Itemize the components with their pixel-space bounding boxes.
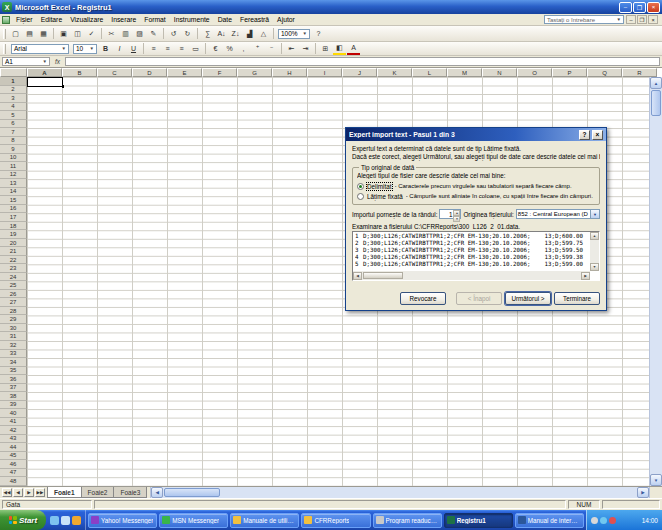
autosum-icon[interactable]: ∑ bbox=[201, 27, 214, 40]
decrease-decimal-icon[interactable]: ⁻ bbox=[265, 42, 278, 55]
row-header-10[interactable]: 10 bbox=[0, 154, 27, 163]
row-header-13[interactable]: 13 bbox=[0, 179, 27, 188]
row-header-12[interactable]: 12 bbox=[0, 171, 27, 180]
decrease-indent-icon[interactable]: ⇤ bbox=[285, 42, 298, 55]
taskbar-task-yahoo-messenger[interactable]: Yahoo! Messenger bbox=[88, 513, 157, 528]
row-header-14[interactable]: 14 bbox=[0, 188, 27, 197]
sheet-tab-foaie1[interactable]: Foaie1 bbox=[47, 487, 82, 498]
taskbar-task-manuale-de-utilizare[interactable]: Manuale de utilizare bbox=[230, 513, 299, 528]
fixed-width-radio[interactable] bbox=[357, 193, 364, 200]
row-header-8[interactable]: 8 bbox=[0, 137, 27, 146]
column-header-q[interactable]: Q bbox=[587, 68, 622, 77]
tab-first-icon[interactable]: ◀◀ bbox=[2, 488, 12, 497]
row-header-26[interactable]: 26 bbox=[0, 290, 27, 299]
align-right-icon[interactable]: ≡ bbox=[175, 42, 188, 55]
column-header-i[interactable]: I bbox=[307, 68, 342, 77]
menu-item-instrumente[interactable]: Instrumente bbox=[170, 14, 214, 25]
network-icon[interactable] bbox=[600, 517, 607, 524]
column-header-f[interactable]: F bbox=[202, 68, 237, 77]
taskbar-clock[interactable]: 14:00 bbox=[642, 517, 658, 524]
row-header-33[interactable]: 33 bbox=[0, 350, 27, 359]
align-center-icon[interactable]: ≡ bbox=[161, 42, 174, 55]
taskbar-task-manual-de-interpret[interactable]: Manual de interpret... bbox=[515, 513, 584, 528]
underline-icon[interactable]: U bbox=[127, 42, 140, 55]
horizontal-scroll-thumb[interactable] bbox=[164, 488, 220, 497]
sort-descending-icon[interactable]: Z↓ bbox=[229, 27, 242, 40]
delimited-radio-label[interactable]: Delimitat bbox=[367, 183, 392, 190]
help-icon[interactable]: ? bbox=[312, 27, 325, 40]
column-header-n[interactable]: N bbox=[482, 68, 517, 77]
row-header-43[interactable]: 43 bbox=[0, 435, 27, 444]
scroll-right-icon[interactable]: ▶ bbox=[637, 487, 649, 498]
chevron-down-icon[interactable]: ▼ bbox=[590, 210, 599, 218]
column-header-j[interactable]: J bbox=[342, 68, 377, 77]
sheet-tab-foaie3[interactable]: Foaie3 bbox=[113, 487, 147, 498]
row-header-45[interactable]: 45 bbox=[0, 452, 27, 461]
preview-horizontal-scrollbar[interactable]: ◀ ▶ bbox=[353, 271, 590, 280]
row-header-1[interactable]: 1 bbox=[0, 77, 27, 86]
italic-icon[interactable]: I bbox=[113, 42, 126, 55]
menu-item-format[interactable]: Format bbox=[140, 14, 170, 25]
close-button[interactable]: × bbox=[647, 2, 660, 13]
dialog-help-icon[interactable]: ? bbox=[579, 130, 590, 140]
row-header-11[interactable]: 11 bbox=[0, 162, 27, 171]
paste-icon[interactable]: ▨ bbox=[133, 27, 146, 40]
scroll-up-icon[interactable]: ▲ bbox=[650, 77, 662, 89]
column-header-r[interactable]: R bbox=[622, 68, 657, 77]
row-header-36[interactable]: 36 bbox=[0, 375, 27, 384]
internet-explorer-icon[interactable] bbox=[50, 516, 59, 525]
scroll-up-icon[interactable]: ▲ bbox=[590, 232, 599, 240]
column-header-m[interactable]: M bbox=[447, 68, 482, 77]
workbook-icon[interactable] bbox=[2, 16, 10, 24]
bold-icon[interactable]: B bbox=[99, 42, 112, 55]
row-header-48[interactable]: 48 bbox=[0, 477, 27, 486]
start-row-spinner[interactable]: 1 ▲ ▼ bbox=[439, 209, 461, 219]
row-header-3[interactable]: 3 bbox=[0, 94, 27, 103]
taskbar-task-cfrreports[interactable]: CFRReports bbox=[301, 513, 370, 528]
select-all-corner[interactable] bbox=[0, 68, 27, 77]
start-button[interactable]: Start bbox=[0, 510, 46, 530]
row-header-24[interactable]: 24 bbox=[0, 273, 27, 282]
taskbar-task-program-readucere[interactable]: Program readucere ... bbox=[373, 513, 442, 528]
font-size-select[interactable]: 10 ▼ bbox=[73, 44, 97, 54]
row-header-20[interactable]: 20 bbox=[0, 239, 27, 248]
row-header-4[interactable]: 4 bbox=[0, 103, 27, 112]
row-header-32[interactable]: 32 bbox=[0, 341, 27, 350]
dialog-close-icon[interactable]: × bbox=[592, 130, 603, 140]
drawing-icon[interactable]: △ bbox=[257, 27, 270, 40]
toolbar-grip[interactable] bbox=[3, 29, 6, 39]
menu-item-fisier[interactable]: Fișier bbox=[12, 14, 37, 25]
row-header-30[interactable]: 30 bbox=[0, 324, 27, 333]
menu-item-ajutor[interactable]: Ajutor bbox=[273, 14, 299, 25]
back-button[interactable]: < Înapoi bbox=[456, 292, 502, 305]
preview-scroll-thumb[interactable] bbox=[363, 272, 403, 279]
taskbar-task-registru1[interactable]: Registru1 bbox=[444, 513, 513, 528]
toolbar-grip[interactable] bbox=[3, 44, 6, 54]
row-header-9[interactable]: 9 bbox=[0, 145, 27, 154]
cut-icon[interactable]: ✂ bbox=[105, 27, 118, 40]
sheet-tab-foaie2[interactable]: Foaie2 bbox=[81, 487, 115, 498]
row-header-16[interactable]: 16 bbox=[0, 205, 27, 214]
column-header-d[interactable]: D bbox=[132, 68, 167, 77]
row-header-29[interactable]: 29 bbox=[0, 315, 27, 324]
question-input[interactable]: Tastați o întrebare ▼ bbox=[544, 15, 624, 24]
row-header-2[interactable]: 2 bbox=[0, 86, 27, 95]
column-header-k[interactable]: K bbox=[377, 68, 412, 77]
menu-item-vizualizare[interactable]: Vizualizare bbox=[66, 14, 107, 25]
menu-item-editare[interactable]: Editare bbox=[37, 14, 67, 25]
row-header-7[interactable]: 7 bbox=[0, 128, 27, 137]
tab-prev-icon[interactable]: ◀ bbox=[13, 488, 23, 497]
row-header-37[interactable]: 37 bbox=[0, 384, 27, 393]
row-header-22[interactable]: 22 bbox=[0, 256, 27, 265]
fill-color-icon[interactable]: ◧ bbox=[333, 42, 346, 55]
row-header-27[interactable]: 27 bbox=[0, 298, 27, 307]
row-header-47[interactable]: 47 bbox=[0, 469, 27, 478]
row-header-44[interactable]: 44 bbox=[0, 443, 27, 452]
row-header-31[interactable]: 31 bbox=[0, 332, 27, 341]
row-header-23[interactable]: 23 bbox=[0, 264, 27, 273]
new-icon[interactable]: ▢ bbox=[9, 27, 22, 40]
finish-button[interactable]: Terminare bbox=[554, 292, 600, 305]
row-header-42[interactable]: 42 bbox=[0, 426, 27, 435]
row-header-6[interactable]: 6 bbox=[0, 120, 27, 129]
preview-vertical-scrollbar[interactable]: ▲ ▼ bbox=[590, 232, 599, 271]
